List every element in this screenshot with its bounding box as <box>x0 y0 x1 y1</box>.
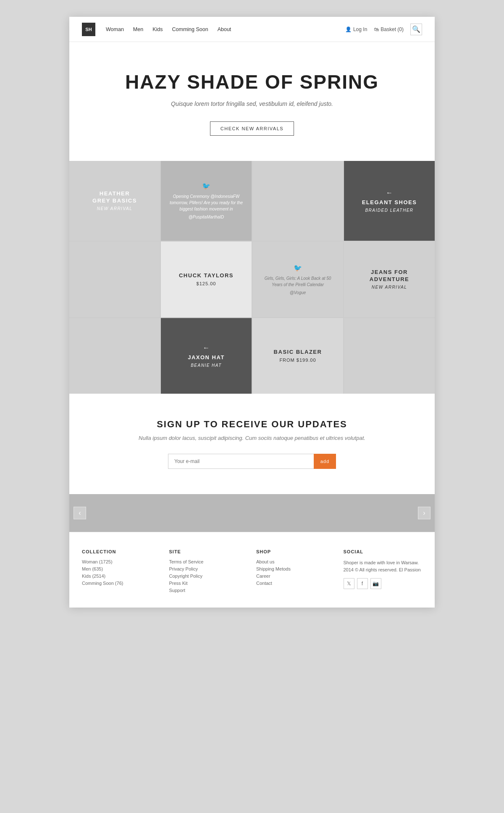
footer-shop: SHOP About us Shipping Metods Career Con… <box>256 549 335 595</box>
footer-site-title: SITE <box>169 549 248 554</box>
nav-kids[interactable]: Kids <box>152 26 163 32</box>
main-nav: Woman Men Kids Comming Soon About <box>106 26 345 32</box>
social-icons: 𝕏 f 📷 <box>344 578 423 589</box>
nav-about[interactable]: About <box>218 26 231 32</box>
footer-tos[interactable]: Terms of Service <box>169 559 248 564</box>
jeans-cell[interactable]: JEANS FORADVENTURE NEW ARRIVAL <box>344 242 435 317</box>
twitter-icon-1: 🐦 <box>202 182 210 190</box>
add-button[interactable]: add <box>314 454 336 469</box>
jaxon-arrow: ← <box>203 344 210 352</box>
hero-section: HAZY SHADE OF SPRING Quisque lorem torto… <box>69 42 435 161</box>
jaxon-cell[interactable]: ← JAXON HAT BEANIE HAT <box>161 318 252 394</box>
tweet1-handle: @PuspitaMarthaID <box>189 215 224 219</box>
carousel-prev-button[interactable]: ‹ <box>74 507 86 519</box>
tweet1-text: Opening Ceremony @IndonesiaFW tomorrow, … <box>168 193 245 212</box>
hero-title: HAZY SHADE OF SPRING <box>82 71 422 93</box>
twitter-divider-2: 🐦 <box>290 264 305 272</box>
blazer-cell[interactable]: BASIC BLAZER FROM $199.00 <box>252 318 343 394</box>
footer-shop-title: SHOP <box>256 549 335 554</box>
elegant-arrow: ← <box>386 189 393 197</box>
search-icon: 🔍 <box>412 25 420 33</box>
heather-cell[interactable]: HEATHERGREY BASICS NEW ARRIVAL <box>69 161 160 241</box>
carousel-section: ‹ › <box>69 494 435 532</box>
elegant-cell[interactable]: ← ELEGANT SHOES BRAIDED LEATHER <box>344 161 435 241</box>
carousel-next-button[interactable]: › <box>418 507 430 519</box>
tweet2-cell: 🐦 Girls, Girls, Girls: A Look Back at 50… <box>252 242 343 317</box>
basket-icon: 🛍 <box>374 26 379 32</box>
footer-shipping[interactable]: Shipping Metods <box>256 566 335 571</box>
header-right: 👤 Log In 🛍 Basket (0) 🔍 <box>345 24 422 35</box>
footer-support[interactable]: Support <box>169 588 248 593</box>
heather-title: HEATHERGREY BASICS <box>92 190 137 205</box>
tweet1-cell: 🐦 Opening Ceremony @IndonesiaFW tomorrow… <box>161 161 252 241</box>
basket-button[interactable]: 🛍 Basket (0) <box>374 26 404 32</box>
product-grid-section: HEATHERGREY BASICS NEW ARRIVAL 🐦 Opening… <box>69 161 435 394</box>
footer-privacy[interactable]: Privacy Policy <box>169 566 248 571</box>
footer-collection-title: COLLECTION <box>82 549 161 554</box>
blazer-price: FROM $199.00 <box>279 358 316 363</box>
chuck-price: $125.00 <box>197 281 216 286</box>
footer-career[interactable]: Career <box>256 574 335 579</box>
footer-link-comming[interactable]: Comming Soon (76) <box>82 581 161 586</box>
chuck-title: CHUCK TAYLORS <box>179 272 234 279</box>
jeans-subtitle: NEW ARRIVAL <box>372 285 407 289</box>
footer-social-text1: Shoper is made with love in Warsaw. <box>344 559 423 567</box>
footer-social-text2: 2014 © All rights reserved. El Passion <box>344 566 423 574</box>
email-input[interactable] <box>168 454 314 469</box>
logo[interactable]: SH <box>82 23 95 36</box>
elegant-title: ELEGANT SHOES <box>362 199 417 206</box>
cta-button[interactable]: CHECK NEW ARRIVALS <box>210 121 294 136</box>
jaxon-title: JAXON HAT <box>188 354 225 361</box>
page-wrapper: SH Woman Men Kids Comming Soon About 👤 L… <box>69 17 435 608</box>
footer-link-kids[interactable]: Kids (2514) <box>82 574 161 579</box>
heather-subtitle: NEW ARRIVAL <box>97 206 132 211</box>
signup-subtitle: Nulla ipsum dolor lacus, suscipit adipis… <box>82 435 422 441</box>
footer-social: SOCIAL Shoper is made with love in Warsa… <box>344 549 423 595</box>
blazer-title: BASIC BLAZER <box>274 349 322 356</box>
footer-site: SITE Terms of Service Privacy Policy Cop… <box>169 549 248 595</box>
footer-link-woman[interactable]: Woman (1725) <box>82 559 161 564</box>
footer-about[interactable]: About us <box>256 559 335 564</box>
carousel-inner <box>69 494 435 532</box>
empty4-cell <box>344 318 435 394</box>
empty1-cell <box>252 161 343 241</box>
nav-woman[interactable]: Woman <box>106 26 124 32</box>
hero-subtitle: Quisque lorem tortor fringilla sed, vest… <box>82 100 422 107</box>
signup-section: SIGN UP TO RECEIVE OUR UPDATES Nulla ips… <box>69 394 435 494</box>
footer: COLLECTION Woman (1725) Men (635) Kids (… <box>69 532 435 608</box>
signup-title: SIGN UP TO RECEIVE OUR UPDATES <box>82 419 422 430</box>
elegant-subtitle: BRAIDED LEATHER <box>365 208 413 213</box>
footer-presskit[interactable]: Press Kit <box>169 581 248 586</box>
user-icon: 👤 <box>345 26 352 32</box>
footer-contact[interactable]: Contact <box>256 581 335 586</box>
chuck-cell[interactable]: CHUCK TAYLORS $125.00 <box>161 242 252 317</box>
empty3-cell <box>69 318 160 394</box>
twitter-social-icon[interactable]: 𝕏 <box>344 578 354 589</box>
empty2-cell <box>69 242 160 317</box>
nav-men[interactable]: Men <box>133 26 143 32</box>
product-grid: HEATHERGREY BASICS NEW ARRIVAL 🐦 Opening… <box>69 161 435 394</box>
login-button[interactable]: 👤 Log In <box>345 26 367 32</box>
twitter-icon-2: 🐦 <box>294 264 302 272</box>
header: SH Woman Men Kids Comming Soon About 👤 L… <box>69 17 435 42</box>
instagram-social-icon[interactable]: 📷 <box>370 578 381 589</box>
footer-copyright[interactable]: Copyright Policy <box>169 574 248 579</box>
jeans-title: JEANS FORADVENTURE <box>370 269 409 283</box>
nav-comming-soon[interactable]: Comming Soon <box>172 26 208 32</box>
twitter-divider-1: 🐦 <box>199 182 214 190</box>
facebook-social-icon[interactable]: f <box>357 578 368 589</box>
search-button[interactable]: 🔍 <box>410 24 422 35</box>
signup-form: add <box>168 454 336 469</box>
tweet2-text: Girls, Girls, Girls: A Look Back at 50 Y… <box>259 275 336 288</box>
footer-social-title: SOCIAL <box>344 549 423 554</box>
tweet2-handle: @Vogue <box>290 290 306 295</box>
footer-link-men[interactable]: Men (635) <box>82 566 161 571</box>
footer-collection: COLLECTION Woman (1725) Men (635) Kids (… <box>82 549 161 595</box>
jaxon-subtitle: BEANIE HAT <box>191 363 222 368</box>
